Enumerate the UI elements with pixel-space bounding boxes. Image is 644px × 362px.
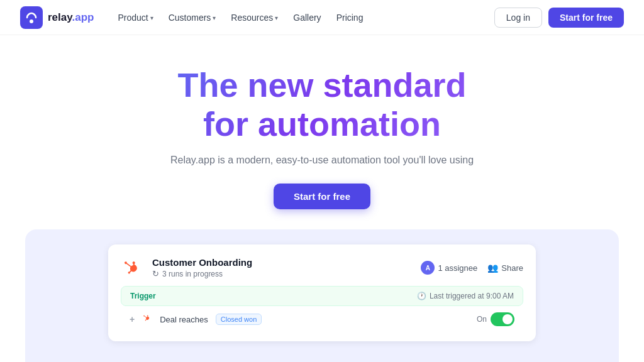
nav-gallery[interactable]: Gallery <box>287 9 327 26</box>
chevron-down-icon: ▾ <box>213 14 216 21</box>
logo-icon <box>20 6 43 29</box>
nav-pricing[interactable]: Pricing <box>330 9 370 26</box>
share-icon: 👥 <box>487 263 498 273</box>
nav-left: relay.app Product ▾ Customers ▾ Resource… <box>20 6 369 29</box>
assignee-avatar: A <box>421 261 435 275</box>
workflow-title: Customer Onboarding <box>152 257 252 268</box>
nav-product[interactable]: Product ▾ <box>111 9 159 26</box>
workflow-card: Customer Onboarding ↻ 3 runs in progress… <box>108 244 536 341</box>
trigger-time: 🕐 Last triggered at 9:00 AM <box>417 292 514 300</box>
deal-row: + Deal reaches Closed won On <box>121 306 523 330</box>
toggle-switch[interactable] <box>491 312 514 326</box>
runs-icon: ↻ <box>152 269 159 278</box>
workflow-right: A 1 assignee 👥 Share <box>421 261 523 275</box>
logo-text: relay.app <box>48 11 94 24</box>
toggle-wrap: On <box>477 312 514 326</box>
logo[interactable]: relay.app <box>20 6 94 29</box>
login-button[interactable]: Log in <box>494 8 542 28</box>
toggle-knob <box>502 314 513 324</box>
assignee-button[interactable]: A 1 assignee <box>421 261 477 275</box>
hero-title: The new standard for automation <box>177 65 466 143</box>
deal-hubspot-icon <box>142 313 152 326</box>
add-icon: + <box>130 314 135 324</box>
chevron-down-icon: ▾ <box>275 14 278 21</box>
on-label: On <box>477 315 487 324</box>
share-button[interactable]: 👥 Share <box>487 263 523 273</box>
deal-text: Deal reaches <box>160 315 208 324</box>
hero-subtitle: Relay.app is a modern, easy-to-use autom… <box>170 155 474 166</box>
workflow-runs: ↻ 3 runs in progress <box>152 269 252 278</box>
nav-resources[interactable]: Resources ▾ <box>225 9 284 26</box>
navbar: relay.app Product ▾ Customers ▾ Resource… <box>0 0 644 35</box>
nav-customers[interactable]: Customers ▾ <box>162 9 223 26</box>
svg-point-0 <box>30 19 33 23</box>
start-button[interactable]: Start for free <box>548 8 624 28</box>
workflow-title-block: Customer Onboarding ↻ 3 runs in progress <box>152 257 252 278</box>
demo-card-area: Customer Onboarding ↻ 3 runs in progress… <box>25 229 619 362</box>
hubspot-icon <box>121 256 145 280</box>
workflow-left: Customer Onboarding ↻ 3 runs in progress <box>121 256 252 280</box>
trigger-label: Trigger <box>130 292 156 300</box>
clock-icon: 🕐 <box>417 292 426 300</box>
workflow-header: Customer Onboarding ↻ 3 runs in progress… <box>121 256 523 280</box>
chevron-down-icon: ▾ <box>150 14 153 21</box>
trigger-row: Trigger 🕐 Last triggered at 9:00 AM <box>121 286 523 306</box>
deal-tag: Closed won <box>216 314 262 325</box>
nav-right: Log in Start for free <box>494 8 624 28</box>
hero-cta-button[interactable]: Start for free <box>274 184 370 209</box>
nav-links: Product ▾ Customers ▾ Resources ▾ Galler… <box>111 9 369 26</box>
hero-section: The new standard for automation Relay.ap… <box>0 35 644 229</box>
